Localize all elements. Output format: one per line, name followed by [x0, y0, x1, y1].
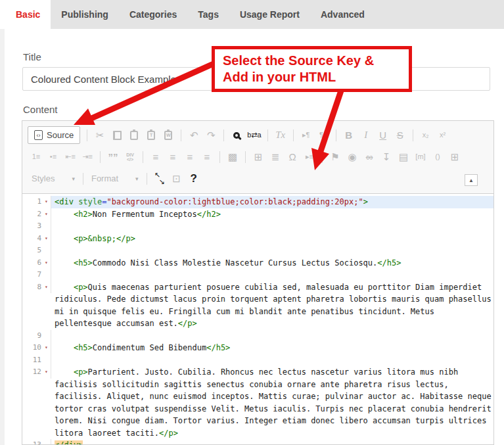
tab-publishing[interactable]: Publishing	[51, 0, 119, 29]
insert-template-icon[interactable]: ⊞	[448, 149, 461, 165]
maximize-icon[interactable]	[153, 171, 166, 187]
undo-icon[interactable]: ↶	[187, 128, 200, 143]
code-token-ent: &nbsp;	[88, 234, 116, 243]
code-line-content[interactable]: <h2>Non Fermentum Inceptos</h2>	[51, 208, 493, 221]
paste-plain-text-icon[interactable]: T	[145, 128, 158, 143]
code-line-content[interactable]	[51, 269, 493, 281]
code-line-content[interactable]	[51, 220, 493, 233]
line-number-gutter: 1▾	[22, 196, 51, 208]
fold-arrow-icon[interactable]: ▾	[42, 281, 51, 294]
fold-arrow-icon[interactable]: ▾	[42, 257, 51, 269]
code-line-6[interactable]: 6▾ <h5>Commodo Nisi Class Molestie Nasce…	[22, 257, 493, 269]
cut-icon[interactable]: ✂	[93, 128, 106, 143]
toolbar-separator	[87, 129, 87, 141]
text-direction-ltr-icon[interactable]: ▸¶	[300, 128, 313, 143]
italic-icon[interactable]: I	[359, 128, 373, 143]
image-icon[interactable]: ▩	[226, 149, 239, 165]
align-center-icon[interactable]: ≡	[166, 149, 179, 165]
tab-basic[interactable]: Basic	[5, 0, 51, 29]
subscript-icon[interactable]: x₂	[419, 128, 432, 143]
table-icon[interactable]: ⊞	[252, 149, 265, 165]
unlink-icon[interactable]: ∞	[363, 149, 376, 165]
code-line-content[interactable]: <p>&nbsp;</p>	[51, 233, 493, 245]
superscript-icon[interactable]: x²	[436, 128, 449, 143]
source-code-editor[interactable]: 1▾<div style="background-color:lightblue…	[22, 194, 493, 445]
code-line-8[interactable]: 8▾ <p>Quis maecenas parturient posuere c…	[22, 281, 493, 330]
about-help-icon[interactable]: ?	[187, 171, 200, 187]
paste-icon[interactable]	[127, 128, 141, 143]
code-line-3[interactable]: 3	[22, 220, 493, 233]
tab-categories[interactable]: Categories	[119, 0, 187, 29]
source-button[interactable]: Source	[28, 126, 80, 144]
collapse-toolbar-button[interactable]: ▲	[465, 174, 478, 186]
page-break-icon[interactable]: ▸≡	[303, 149, 316, 165]
code-line-13[interactable]: 13</div>	[22, 439, 493, 445]
code-line-10[interactable]: 10▾ <h5>Condimentum Sed Bibendum</h5>	[22, 342, 493, 354]
bulleted-list-icon[interactable]: •≡	[47, 149, 60, 165]
code-line-content[interactable]	[51, 354, 493, 367]
div-container-icon[interactable]: DIV </>	[124, 149, 137, 165]
align-right-icon[interactable]: ≡	[183, 149, 196, 165]
underline-icon[interactable]: U	[377, 128, 390, 143]
fold-arrow-icon[interactable]: ▾	[42, 208, 51, 221]
toolbar-separator	[267, 129, 268, 141]
anchor-flag-icon[interactable]: ⚑	[329, 149, 342, 165]
annotation-callout: Select the Source Key & Add in your HTML	[212, 46, 412, 92]
fold-arrow-icon[interactable]: ▾	[42, 366, 51, 379]
code-line-12[interactable]: 12▾ <p>Parturient. Justo. Cubilia. Rhonc…	[22, 366, 493, 439]
bold-icon[interactable]: B	[342, 128, 355, 143]
code-line-content[interactable]: <p>Quis maecenas parturient posuere cubi…	[51, 281, 493, 330]
toolbar-separator	[181, 129, 181, 141]
blockquote-icon[interactable]: ””	[106, 149, 120, 165]
code-line-5[interactable]: 5	[22, 245, 493, 257]
show-blocks-icon[interactable]: ⊡	[170, 171, 183, 187]
redo-icon[interactable]: ↷	[204, 128, 218, 143]
document-icon[interactable]: ▤	[397, 149, 410, 165]
line-number-gutter: 4▾	[22, 233, 51, 245]
save-download-icon[interactable]: ↧	[380, 149, 393, 165]
code-line-4[interactable]: 4▾ <p>&nbsp;</p>	[22, 233, 493, 245]
decrease-indent-icon[interactable]: ⇤≡	[64, 149, 77, 165]
remove-format-icon[interactable]: Tx	[274, 128, 287, 143]
placeholder-icon[interactable]: ()	[431, 149, 444, 165]
code-line-content[interactable]: <h5>Commodo Nisi Class Molestie Nascetur…	[51, 257, 493, 269]
line-number: 6	[37, 257, 41, 269]
code-line-11[interactable]: 11	[22, 354, 493, 367]
find-icon[interactable]	[230, 128, 243, 143]
styles-dropdown[interactable]: Styles▾	[28, 174, 79, 183]
tab-tags[interactable]: Tags	[187, 0, 229, 29]
align-justify-icon[interactable]: ≡	[200, 149, 214, 165]
code-line-content[interactable]: <h5>Condimentum Sed Bibendum</h5>	[51, 342, 493, 354]
align-left-icon[interactable]: ≡	[149, 149, 162, 165]
line-number-gutter: 3	[22, 220, 51, 233]
toolbar-separator	[219, 151, 220, 163]
code-line-content[interactable]: <p>Parturient. Justo. Cubilia. Rhoncus n…	[51, 366, 493, 439]
replace-icon[interactable]: b⇄a	[247, 128, 261, 143]
increase-indent-icon[interactable]: ⇥≡	[81, 149, 94, 165]
fold-arrow-icon[interactable]: ▾	[42, 196, 51, 208]
special-character-icon[interactable]: Ω	[286, 149, 299, 165]
code-line-7[interactable]: 7	[22, 269, 493, 281]
code-line-content[interactable]	[51, 245, 493, 257]
copy-icon[interactable]	[110, 128, 124, 143]
code-token-plain	[55, 258, 74, 268]
code-line-1[interactable]: 1▾<div style="background-color:lightblue…	[22, 196, 493, 208]
link-globe-icon[interactable]: ◉	[346, 149, 359, 165]
fold-arrow-icon[interactable]: ▾	[42, 233, 51, 245]
tab-advanced[interactable]: Advanced	[310, 0, 375, 29]
fold-arrow-icon[interactable]: ▾	[42, 342, 51, 354]
strikethrough-icon[interactable]: S	[394, 128, 407, 143]
code-line-content[interactable]	[51, 330, 493, 342]
format-dropdown[interactable]: Format▾	[87, 174, 143, 183]
code-line-content[interactable]: <div style="background-color:lightblue;c…	[51, 196, 493, 208]
text-direction-rtl-icon[interactable]: ¶◂	[317, 128, 330, 143]
numbered-list-icon[interactable]: 1≡	[30, 149, 43, 165]
horizontal-rule-icon[interactable]: ≣	[269, 149, 282, 165]
code-line-content[interactable]: </div>	[51, 439, 493, 445]
merge-tag-icon[interactable]: [m]	[414, 149, 427, 165]
paste-from-word-icon[interactable]: W	[162, 128, 175, 143]
code-line-2[interactable]: 2▾ <h2>Non Fermentum Inceptos</h2>	[22, 208, 493, 221]
code-line-9[interactable]: 9	[22, 330, 493, 342]
line-number-gutter: 9	[22, 330, 51, 342]
tab-usage-report[interactable]: Usage Report	[229, 0, 310, 29]
